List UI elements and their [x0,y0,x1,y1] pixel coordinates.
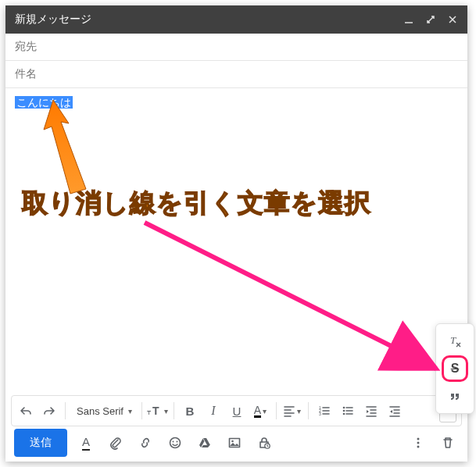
svg-point-6 [343,407,345,409]
insert-photo-button[interactable] [224,432,245,454]
undo-icon [20,405,32,417]
align-left-icon [283,405,295,417]
text-style-button[interactable]: A [75,432,97,454]
insert-emoji-button[interactable] [164,432,186,454]
close-icon [448,15,457,24]
expand-icon [426,15,435,24]
annotation-arrow-magenta [141,219,461,406]
svg-point-11 [177,441,178,443]
svg-point-17 [417,442,420,444]
svg-point-7 [343,410,345,412]
insert-drive-button[interactable] [194,432,216,454]
schedule-lock-icon [257,436,271,450]
svg-text:T: T [152,405,159,417]
send-toolbar: 送信 A [11,427,462,458]
list-bulleted-icon [342,405,354,417]
minimize-icon [404,15,413,24]
link-icon [138,436,152,450]
redo-button[interactable] [38,400,60,422]
text-style-glyph: A [82,435,90,451]
indent-decrease-icon [365,405,378,417]
attach-icon [109,436,123,450]
indent-increase-icon [388,405,401,417]
separator [65,402,66,419]
svg-line-21 [145,223,436,369]
attach-button[interactable] [105,432,127,454]
svg-point-10 [173,441,174,443]
font-size-icon: ᴛ T [147,405,163,417]
chevron-down-icon: ▾ [164,407,168,415]
annotation-arrow-orange [38,94,116,203]
font-name: Sans Serif [77,405,123,417]
photo-icon [227,436,242,450]
chevron-down-icon: ▾ [297,407,301,415]
insert-link-button[interactable] [134,432,156,454]
svg-text:ᴛ: ᴛ [147,408,151,416]
svg-marker-20 [44,100,86,194]
discard-draft-button[interactable] [437,432,459,454]
maximize-button[interactable] [425,14,436,25]
send-button[interactable]: 送信 [14,429,67,457]
trash-icon [441,436,455,450]
svg-point-16 [417,438,420,440]
title-bar: 新規メッセージ [5,5,467,34]
chevron-down-icon: ▾ [128,407,132,415]
redo-icon [43,405,55,417]
to-field[interactable]: 宛先 [5,34,467,61]
confidential-mode-button[interactable] [253,432,275,454]
list-numbered-icon: 123 [318,405,331,417]
svg-point-9 [170,438,181,448]
chevron-down-icon: ▾ [263,407,267,415]
svg-text:3: 3 [319,412,321,416]
more-icon [411,436,425,450]
more-options-button[interactable] [407,432,429,454]
svg-point-18 [417,446,420,448]
font-picker[interactable]: Sans Serif ▾ [70,400,137,422]
undo-button[interactable] [15,400,37,422]
subject-field[interactable]: 件名 [5,61,467,88]
to-label: 宛先 [15,40,37,54]
minimize-button[interactable] [403,14,414,25]
window-title: 新規メッセージ [15,12,392,27]
svg-point-8 [343,413,345,415]
drive-icon [198,436,212,450]
subject-label: 件名 [15,67,37,81]
close-button[interactable] [447,14,458,25]
svg-point-13 [231,440,234,443]
emoji-icon [168,436,182,450]
text-color-glyph: A [254,405,261,418]
